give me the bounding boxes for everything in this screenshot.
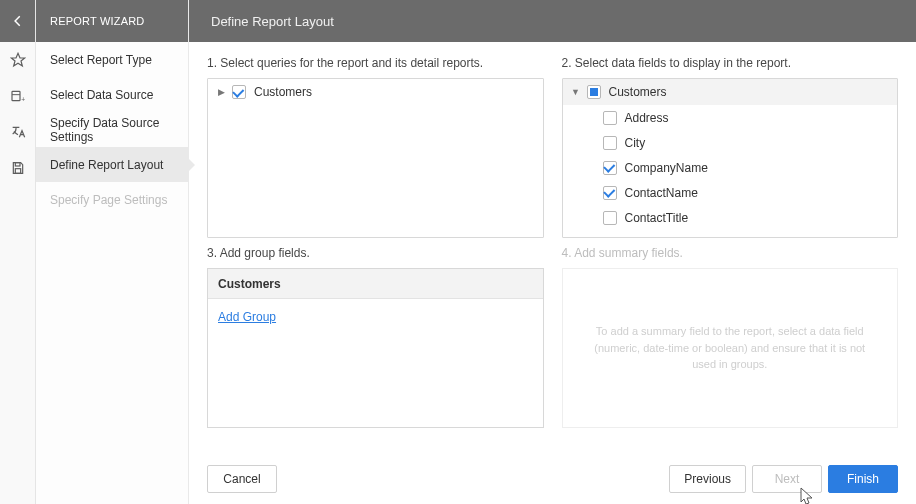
field-checkbox[interactable] <box>603 161 617 175</box>
sidebar-item-label: Specify Page Settings <box>50 193 167 207</box>
summary-hint: To add a summary field to the report, se… <box>593 323 868 373</box>
sidebar-item-label: Specify Data Source Settings <box>50 116 188 144</box>
page-title: Define Report Layout <box>189 0 916 42</box>
row-bottom: 3. Add group fields. Customers Add Group… <box>207 246 898 428</box>
app-root: + REPORT WIZARD Select Report Type Selec… <box>0 0 916 504</box>
save-icon <box>10 160 26 176</box>
rail-save-button[interactable] <box>0 150 35 186</box>
query-root-row[interactable]: ▶ Customers <box>208 79 543 105</box>
sidebar-item-label: Select Data Source <box>50 88 153 102</box>
wizard-sidebar: REPORT WIZARD Select Report Type Select … <box>36 0 189 504</box>
fields-root-checkbox[interactable] <box>587 85 601 99</box>
fields-root-label: Customers <box>609 85 667 99</box>
translate-icon <box>10 124 26 140</box>
sidebar-item-label: Select Report Type <box>50 53 152 67</box>
sidebar-item-define-layout[interactable]: Define Report Layout <box>36 147 188 182</box>
rail-star-button[interactable] <box>0 42 35 78</box>
field-row[interactable]: ContactTitle <box>563 205 898 230</box>
groups-body: Add Group <box>208 299 543 333</box>
summary-label: 4. Add summary fields. <box>562 246 899 260</box>
database-plus-icon: + <box>10 88 26 104</box>
back-button[interactable] <box>0 0 35 42</box>
sidebar-item-label: Define Report Layout <box>50 158 163 172</box>
field-checkbox[interactable] <box>603 211 617 225</box>
field-label: City <box>625 136 646 150</box>
queries-label: 1. Select queries for the report and its… <box>207 56 544 70</box>
fields-panel: ▼ Customers Address City <box>562 78 899 238</box>
svg-rect-1 <box>12 91 20 100</box>
icon-rail: + <box>0 0 36 504</box>
queries-column: 1. Select queries for the report and its… <box>207 56 544 238</box>
query-root-checkbox[interactable] <box>232 85 246 99</box>
svg-text:+: + <box>21 96 25 103</box>
expand-toggle-icon[interactable]: ▶ <box>214 87 228 97</box>
field-label: Address <box>625 111 669 125</box>
star-icon <box>10 52 26 68</box>
field-checkbox[interactable] <box>603 136 617 150</box>
fields-column: 2. Select data fields to display in the … <box>562 56 899 238</box>
fields-root-row[interactable]: ▼ Customers <box>563 79 898 105</box>
svg-marker-0 <box>11 53 24 66</box>
sidebar-item-select-data-source[interactable]: Select Data Source <box>36 77 188 112</box>
svg-rect-4 <box>15 163 20 166</box>
svg-rect-5 <box>15 169 20 174</box>
field-label: ContactTitle <box>625 211 689 225</box>
sidebar-item-select-report-type[interactable]: Select Report Type <box>36 42 188 77</box>
chevron-left-icon <box>11 14 25 28</box>
main-area: Define Report Layout 1. Select queries f… <box>189 0 916 504</box>
field-checkbox[interactable] <box>603 186 617 200</box>
field-row[interactable]: Address <box>563 105 898 130</box>
fields-label: 2. Select data fields to display in the … <box>562 56 899 70</box>
next-button: Next <box>752 465 822 493</box>
summary-column: 4. Add summary fields. To add a summary … <box>562 246 899 428</box>
field-row[interactable]: CompanyName <box>563 155 898 180</box>
summary-panel: To add a summary field to the report, se… <box>562 268 899 428</box>
wizard-title: REPORT WIZARD <box>36 0 188 42</box>
footer: Cancel Previous Next Finish <box>189 454 916 504</box>
rail-translate-button[interactable] <box>0 114 35 150</box>
row-top: 1. Select queries for the report and its… <box>207 56 898 238</box>
content: 1. Select queries for the report and its… <box>189 42 916 454</box>
previous-button[interactable]: Previous <box>669 465 746 493</box>
queries-panel: ▶ Customers <box>207 78 544 238</box>
collapse-toggle-icon[interactable]: ▼ <box>569 87 583 97</box>
cancel-button[interactable]: Cancel <box>207 465 277 493</box>
field-checkbox[interactable] <box>603 111 617 125</box>
query-root-label: Customers <box>254 85 312 99</box>
finish-button[interactable]: Finish <box>828 465 898 493</box>
field-label: ContactName <box>625 186 698 200</box>
add-group-link[interactable]: Add Group <box>218 310 276 324</box>
field-label: CompanyName <box>625 161 708 175</box>
sidebar-item-data-source-settings[interactable]: Specify Data Source Settings <box>36 112 188 147</box>
rail-data-button[interactable]: + <box>0 78 35 114</box>
field-row[interactable]: City <box>563 130 898 155</box>
groups-header: Customers <box>208 269 543 299</box>
groups-column: 3. Add group fields. Customers Add Group <box>207 246 544 428</box>
field-row[interactable]: ContactName <box>563 180 898 205</box>
groups-panel: Customers Add Group <box>207 268 544 428</box>
groups-label: 3. Add group fields. <box>207 246 544 260</box>
sidebar-item-page-settings: Specify Page Settings <box>36 182 188 217</box>
